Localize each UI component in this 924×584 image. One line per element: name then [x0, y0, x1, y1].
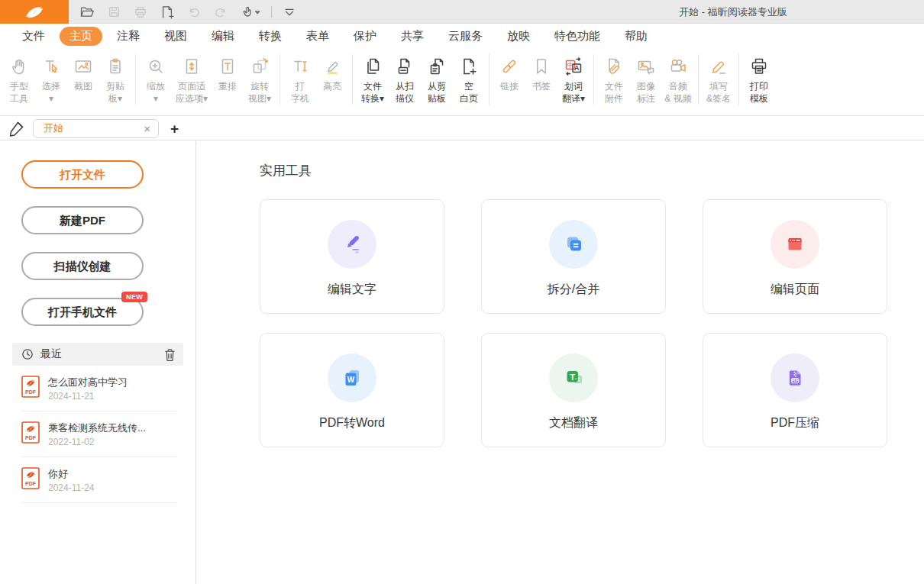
save-icon — [107, 5, 121, 19]
ribbon-group-divider — [738, 54, 739, 105]
tool-card-pdf-to-word[interactable]: W PDF转Word — [260, 333, 444, 447]
open-file-sidebar-button[interactable]: 打开文件 — [21, 160, 144, 189]
tool-card-edit-pages[interactable]: 编辑页面 — [703, 199, 887, 314]
tab-start-page[interactable]: 开始 × — [33, 119, 159, 138]
recent-file-meta: 乘客检测系统无线传... 2022-11-02 — [48, 421, 146, 447]
image-annotation-icon — [635, 54, 657, 78]
ribbon-item-label: 重排 — [218, 80, 237, 92]
new-pdf-button[interactable]: 新建PDF — [21, 206, 144, 234]
menu-featured[interactable]: 特色功能 — [544, 27, 610, 46]
menu-protect[interactable]: 保护 — [344, 27, 386, 46]
ribbon-link[interactable]: 链接 — [493, 47, 525, 92]
menu-view[interactable]: 视图 — [154, 27, 197, 46]
translate-icon: 中 A — [563, 54, 584, 78]
open-mobile-file-button[interactable]: 打开手机文件 NEW — [21, 298, 144, 326]
ribbon-from-scanner[interactable]: 从扫 描仪 — [389, 47, 421, 105]
pdf-file-icon: PDF — [21, 467, 40, 489]
ribbon-fill-sign[interactable]: 填写 &签名 — [703, 47, 735, 105]
menu-cloud[interactable]: 云服务 — [438, 27, 493, 46]
recent-section-title: 最近 — [40, 347, 163, 361]
menu-share[interactable]: 共享 — [391, 27, 434, 46]
zoom-magnifier-icon — [145, 54, 166, 78]
tab-close-icon[interactable]: × — [144, 123, 150, 134]
ribbon-from-clipboard[interactable]: 从剪 贴板 — [421, 47, 453, 105]
undo-button[interactable] — [185, 3, 203, 21]
menu-convert[interactable]: 转换 — [249, 27, 292, 46]
customize-toolbar-button[interactable] — [280, 3, 299, 21]
ribbon-item-label: 链接 — [500, 80, 519, 92]
typewriter-icon — [289, 54, 311, 78]
tool-card-doc-translate[interactable]: T 文档翻译 — [481, 333, 666, 447]
ribbon-bookmark[interactable]: 书签 — [525, 47, 557, 92]
start-page-main: 实用工具 编辑文字 — [197, 141, 924, 584]
menu-help[interactable]: 帮助 — [615, 27, 657, 46]
clock-icon — [21, 348, 34, 360]
tool-label: 拆分/合并 — [548, 282, 599, 298]
tool-card-split-merge[interactable]: 拆分/合并 — [481, 199, 666, 314]
start-page-pencil-icon — [8, 119, 26, 137]
ribbon-audio-video[interactable]: 音频 & 视频 — [662, 47, 694, 105]
ribbon-file-attachment[interactable]: 文件 附件 — [598, 47, 630, 105]
ribbon-zoom[interactable]: 缩放 ▾ — [140, 47, 172, 105]
menu-comment[interactable]: 注释 — [107, 27, 150, 46]
ribbon-group-divider — [135, 54, 136, 105]
hand-tool-icon — [8, 54, 30, 78]
window-title: 开始 - 福昕阅读器专业版 — [580, 0, 886, 24]
recent-file-date: 2024-11-24 — [48, 482, 95, 493]
svg-text:PDF: PDF — [25, 481, 37, 486]
new-tab-button[interactable]: + — [170, 121, 179, 136]
ribbon-print-template[interactable]: 打印 模板 — [743, 47, 775, 105]
fit-page-icon — [181, 54, 202, 78]
start-page-sidebar: 打开文件 新建PDF 扫描仪创建 打开手机文件 NEW 最近 PDF 怎么面对高… — [0, 141, 196, 584]
select-tool-icon — [40, 54, 62, 78]
pdf-file-icon: PDF — [21, 421, 40, 444]
menu-form[interactable]: 表单 — [296, 27, 339, 46]
menu-file[interactable]: 文件 — [12, 27, 55, 46]
menu-present[interactable]: 放映 — [497, 27, 540, 46]
tool-label: PDF压缩 — [771, 415, 819, 431]
menu-home[interactable]: 主页 — [60, 27, 102, 46]
recent-file-item[interactable]: PDF 乘客检测系统无线传... 2022-11-02 — [21, 411, 177, 457]
recent-file-item[interactable]: PDF 你好 2024-11-24 — [21, 457, 177, 503]
ribbon-fit-page-options[interactable]: 页面适 应选项▾ — [172, 47, 212, 105]
ribbon-blank-page[interactable]: 空 白页 — [453, 47, 485, 105]
recent-file-item[interactable]: PDF 怎么面对高中学习 2024-11-21 — [21, 366, 177, 411]
clear-recent-button[interactable] — [163, 347, 176, 362]
ribbon-snapshot[interactable]: 截图 — [67, 47, 99, 92]
hand-pointer-button[interactable] — [238, 3, 263, 21]
ribbon-typewriter[interactable]: 打 字机 — [284, 47, 316, 105]
ribbon-item-label: 截图 — [74, 80, 92, 92]
save-button[interactable] — [105, 3, 123, 21]
ribbon-item-label: 图像 标注 — [637, 80, 655, 105]
menu-edit[interactable]: 编辑 — [202, 27, 244, 46]
foxit-bird-icon — [23, 2, 46, 22]
from-scanner-icon — [394, 54, 415, 78]
convert-file-icon — [362, 54, 383, 78]
ribbon-item-label: 文件 附件 — [605, 80, 623, 105]
redo-icon — [213, 5, 228, 20]
ribbon-select[interactable]: 选择 ▾ — [35, 47, 67, 105]
open-file-button[interactable] — [78, 3, 96, 21]
ribbon-image-annotation[interactable]: 图像 标注 — [630, 47, 662, 105]
ribbon-item-label: 文件 转换▾ — [361, 80, 384, 105]
print-button[interactable] — [131, 3, 150, 21]
foxit-logo — [0, 0, 69, 24]
tool-card-pdf-compress[interactable]: PDF PDF压缩 — [703, 333, 887, 447]
create-from-scanner-button[interactable]: 扫描仪创建 — [21, 252, 144, 280]
ribbon-reflow[interactable]: 重排 — [212, 47, 244, 92]
tab-label: 开始 — [44, 121, 144, 135]
ribbon-highlight[interactable]: 高亮 — [316, 47, 348, 92]
ribbon-clipboard[interactable]: 剪贴 板▾ — [99, 47, 131, 105]
ribbon-convert-file[interactable]: 文件 转换▾ — [357, 47, 389, 105]
ribbon-translate[interactable]: 中 A 划词 翻译▾ — [557, 47, 590, 105]
ribbon-item-label: 划词 翻译▾ — [562, 80, 585, 105]
redo-button[interactable] — [212, 3, 230, 21]
recent-file-meta: 你好 2024-11-24 — [48, 467, 95, 493]
ribbon-rotate-view[interactable]: 旋转 视图▾ — [244, 47, 276, 105]
tool-card-edit-text[interactable]: 编辑文字 — [260, 199, 444, 314]
ribbon-item-label: 页面适 应选项▾ — [176, 80, 208, 105]
new-document-button[interactable] — [158, 3, 176, 21]
ribbon-hand-tool[interactable]: 手型 工具 — [3, 47, 35, 105]
tool-label: 编辑文字 — [328, 282, 376, 298]
ribbon-item-label: 书签 — [532, 80, 551, 92]
